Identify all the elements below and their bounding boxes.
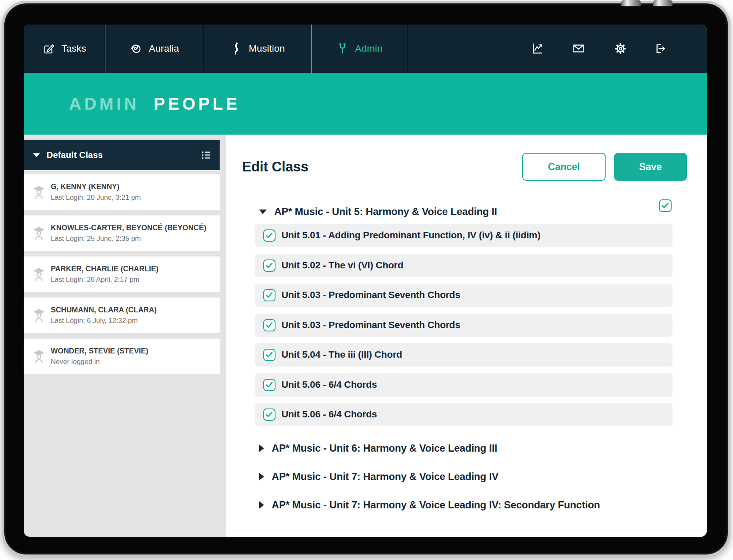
student-name: KNOWLES-CARTER, BEYONCÉ (BEYONCÉ) [51,223,207,232]
student-last-login: Last Login: 20 June, 3:21 pm [51,193,141,201]
unit-label: Unit 5.06 - 6/4 Chords [281,379,377,390]
tab-label: Auralia [149,43,179,54]
unit-checkbox-checked[interactable] [263,319,276,331]
chevron-down-icon [33,153,40,157]
tab-label: Admin [355,43,383,54]
top-nav-bar: Tasks Auralia Musition [24,25,707,73]
auralia-icon [129,42,143,55]
student-name: PARKER, CHARLIE (CHARLIE) [51,265,158,273]
chevron-right-icon [259,473,264,480]
musition-icon [230,42,242,55]
page-banner: ADMIN PEOPLE [24,73,707,135]
chevron-down-icon [259,210,267,214]
chevron-right-icon [259,444,264,452]
unit-checkbox-checked[interactable] [263,259,276,272]
volume-down-button [653,0,672,6]
admin-icon [336,42,349,55]
student-name: G, KENNY (KENNY) [51,182,119,191]
student-icon [31,266,47,284]
unit-label: Unit 5.02 - The vi (VI) Chord [281,260,403,271]
volume-up-button [621,0,641,6]
unit-row[interactable]: Unit 5.04 - The iii (III) Chord [255,343,672,367]
tab-label: Tasks [61,43,86,54]
unit-row[interactable]: Unit 5.03 - Predominant Seventh Chords [255,314,672,337]
student-last-login: Last Login: 25 June, 2:35 pm [51,234,141,243]
save-button[interactable]: Save [614,153,687,181]
unit-row[interactable]: Unit 5.06 - 6/4 Chords [255,403,672,426]
section-title: AP* Music - Unit 7: Harmony & Voice Lead… [272,499,600,511]
section-checkbox-checked[interactable] [659,199,672,212]
tablet-mockup: Tasks Auralia Musition [0,0,733,560]
messages-icon[interactable] [572,42,585,55]
unit-row[interactable]: Unit 5.06 - 6/4 Chords [255,373,672,397]
tab-auralia[interactable]: Auralia [105,25,203,73]
tab-tasks[interactable]: Tasks [24,25,105,73]
student-icon [31,225,47,243]
tab-label: Musition [249,43,285,54]
section-title: AP* Music - Unit 6: Harmony & Voice Lead… [272,442,497,454]
unit-label: Unit 5.01 - Adding Predominant Function,… [281,230,540,241]
unit-checkbox-checked[interactable] [263,408,276,421]
logout-icon[interactable] [654,42,667,55]
page-title: Edit Class [242,159,309,175]
reports-icon[interactable] [531,42,544,55]
app-screen: Tasks Auralia Musition [24,25,707,537]
cancel-button[interactable]: Cancel [522,153,606,181]
tab-admin[interactable]: Admin [312,25,407,73]
banner-section-label: ADMIN [69,94,139,113]
tab-musition[interactable]: Musition [203,25,312,73]
header-divider [226,197,707,197]
unit-checkbox-checked[interactable] [263,289,276,301]
class-selector-label: Default Class [47,150,103,160]
student-list-item[interactable]: KNOWLES-CARTER, BEYONCÉ (BEYONCÉ) Last L… [24,215,220,251]
unit-checkbox-checked[interactable] [263,229,276,242]
student-icon [31,307,47,325]
student-last-login: Never logged in [51,358,100,366]
footer-divider [226,530,707,530]
settings-icon[interactable] [614,42,627,55]
student-last-login: Last Login: 6 July, 12:32 pm [51,317,138,325]
student-icon [31,348,47,366]
section-header-unit7[interactable]: AP* Music - Unit 7: Harmony & Voice Lead… [259,471,499,483]
unit-label: Unit 5.03 - Predominant Seventh Chords [281,290,460,301]
unit-label: Unit 5.03 - Predominant Seventh Chords [281,320,460,331]
student-list-item[interactable]: WONDER, STEVIE (STEVIE) Never logged in [24,339,220,374]
student-name: WONDER, STEVIE (STEVIE) [51,347,148,356]
student-list-item[interactable]: G, KENNY (KENNY) Last Login: 20 June, 3:… [24,174,220,210]
banner-page-title: PEOPLE [154,94,240,113]
student-list-item[interactable]: SCHUMANN, CLARA (CLARA) Last Login: 6 Ju… [24,298,220,333]
list-view-icon[interactable] [201,150,211,162]
section-header-unit7-secondary[interactable]: AP* Music - Unit 7: Harmony & Voice Lead… [259,499,600,511]
unit-checkbox-checked[interactable] [263,379,276,391]
unit-row[interactable]: Unit 5.02 - The vi (VI) Chord [255,254,672,277]
student-icon [31,184,47,202]
class-selector[interactable]: Default Class [24,140,220,170]
student-list-item[interactable]: PARKER, CHARLIE (CHARLIE) Last Login: 26… [24,257,220,292]
section-header-unit6[interactable]: AP* Music - Unit 6: Harmony & Voice Lead… [259,442,497,454]
chevron-right-icon [259,501,264,509]
unit-label: Unit 5.04 - The iii (III) Chord [281,349,402,360]
section-title: AP* Music - Unit 5: Harmony & Voice Lead… [274,206,497,218]
unit-row[interactable]: Unit 5.01 - Adding Predominant Function,… [255,224,672,247]
edit-class-panel: Edit Class Cancel Save AP* Music - Unit … [226,135,707,537]
tasks-icon [42,42,55,55]
section-header-unit5[interactable]: AP* Music - Unit 5: Harmony & Voice Lead… [259,206,497,218]
unit-row[interactable]: Unit 5.03 - Predominant Seventh Chords [255,284,672,307]
section-title: AP* Music - Unit 7: Harmony & Voice Lead… [272,471,499,483]
student-last-login: Last Login: 26 April, 2:17 pm [51,276,139,284]
unit-label: Unit 5.06 - 6/4 Chords [281,409,377,420]
unit-checkbox-checked[interactable] [263,349,276,361]
student-name: SCHUMANN, CLARA (CLARA) [51,306,157,314]
